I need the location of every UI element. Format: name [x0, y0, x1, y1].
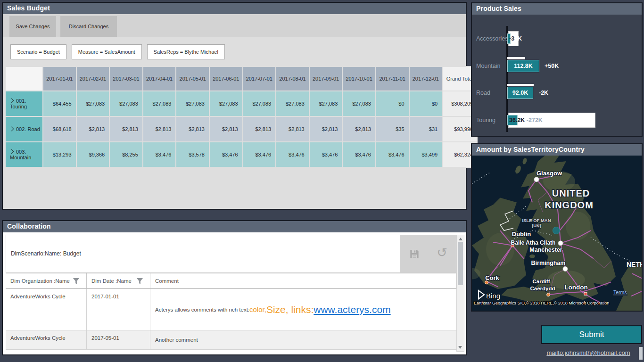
- matrix-cell[interactable]: $3,578: [176, 142, 209, 167]
- scroll-thumb[interactable]: [458, 242, 463, 285]
- matrix-cell[interactable]: $3,476: [310, 142, 342, 167]
- matrix-cell[interactable]: $2,813: [343, 117, 375, 141]
- map-terms-link[interactable]: Terms: [613, 290, 627, 295]
- matrix-column-header: 2017-12-01: [410, 67, 442, 90]
- matrix-cell[interactable]: $3,476: [376, 142, 409, 167]
- chart-bar-zone: 112.8K+50K: [507, 55, 639, 77]
- comment-row-date: 2017-01-01: [87, 289, 150, 330]
- matrix-cell[interactable]: $0: [410, 91, 442, 116]
- matrix-row: 002. Road$68,618$2,813$2,813$2,813$2,813…: [6, 117, 477, 141]
- scroll-up-icon[interactable]: [459, 238, 462, 240]
- expand-chevron-icon[interactable]: [9, 99, 14, 103]
- matrix-cell[interactable]: $2,813: [210, 117, 242, 141]
- sales-budget-toolbar: Save Changes Discard Changes: [3, 14, 466, 37]
- chart-row-mountain[interactable]: Mountain112.8K+50K: [472, 55, 639, 77]
- matrix-cell[interactable]: $2,813: [310, 117, 342, 141]
- matrix-cell[interactable]: $27,083: [143, 91, 176, 116]
- comment-link[interactable]: www.acterys.com: [314, 304, 390, 315]
- comments-column-header[interactable]: Comment: [150, 273, 456, 289]
- product-sales-chart: Accessories-31KMountain112.8K+50KRoad92.…: [472, 15, 642, 136]
- matrix-cell[interactable]: $2,813: [276, 117, 309, 141]
- undo-comment-button[interactable]: ↺: [428, 235, 456, 272]
- variance-label: -2K: [539, 90, 548, 96]
- filter-icon[interactable]: [73, 278, 80, 285]
- matrix-cell[interactable]: $27,083: [110, 91, 142, 116]
- matrix-row: 001. Touring$64,455$27,083$27,083$27,083…: [6, 91, 477, 116]
- mailto-link[interactable]: mailto:johnsmith@hotmail.com: [541, 349, 636, 356]
- matrix-cell[interactable]: $9,366: [77, 142, 109, 167]
- comments-scrollbar[interactable]: [456, 235, 464, 352]
- matrix-cell[interactable]: $3,476: [276, 142, 309, 167]
- sales-budget-matrix: 2017-01-012017-02-012017-03-012017-04-01…: [5, 66, 478, 168]
- comment-row-text[interactable]: Acterys allows comments with rich text: …: [150, 289, 456, 330]
- budget-bar[interactable]: [507, 84, 534, 86]
- matrix-cell[interactable]: $2,813: [110, 117, 142, 141]
- comments-column-header[interactable]: Dim Organization :Name: [6, 273, 87, 289]
- filter-chip[interactable]: SalesReps = Blythe Michael: [147, 44, 225, 59]
- matrix-cell[interactable]: $3,476: [210, 142, 242, 167]
- comment-row-org: AdventureWorks Cycle: [6, 289, 87, 330]
- chart-bar-zone: 36.2K -272K: [507, 109, 639, 131]
- discard-changes-button[interactable]: Discard Changes: [60, 16, 117, 37]
- matrix-column-header: 2017-11-01: [376, 67, 409, 90]
- matrix-cell[interactable]: $68,618: [43, 117, 76, 141]
- matrix-cell[interactable]: $3,476: [143, 142, 176, 167]
- comments-table: Dim Organization :NameDim Date :NameComm…: [6, 273, 456, 350]
- filter-chips: Scenario = BudgetMeasure = SalesAmountSa…: [10, 44, 466, 59]
- matrix-column-header: 2017-06-01: [210, 67, 242, 90]
- map-attribution: Earthstar Geographics SIO,© 2018 HERE,© …: [474, 301, 609, 305]
- bar-labels: 36.2K -272K: [509, 117, 543, 123]
- matrix-cell[interactable]: $13,293: [43, 142, 76, 167]
- matrix-cell[interactable]: $35: [376, 117, 409, 141]
- map-marker-poi-dot: [547, 293, 550, 296]
- filter-icon[interactable]: [136, 278, 143, 285]
- matrix-row-header[interactable]: 002. Road: [6, 117, 42, 141]
- matrix-cell[interactable]: $8,255: [110, 142, 142, 167]
- matrix-cell[interactable]: $31: [410, 117, 442, 141]
- save-icon: [408, 248, 421, 260]
- matrix-cell[interactable]: $2,813: [77, 117, 109, 141]
- save-comment-button[interactable]: [400, 235, 428, 272]
- matrix-cell[interactable]: $27,083: [310, 91, 342, 116]
- expand-chevron-icon[interactable]: [9, 149, 14, 154]
- matrix-row-header[interactable]: 003. Mountain: [6, 142, 42, 167]
- matrix-column-header: 2017-04-01: [143, 67, 176, 90]
- matrix-cell[interactable]: $0: [376, 91, 409, 116]
- map-label: (UK): [532, 223, 541, 228]
- matrix-cell[interactable]: $27,083: [77, 91, 109, 116]
- matrix-cell[interactable]: $27,083: [343, 91, 375, 116]
- product-sales-panel: Product Sales Accessories-31KMountain112…: [471, 2, 643, 137]
- matrix-cell[interactable]: $3,476: [343, 142, 375, 167]
- submit-button[interactable]: Submit: [541, 325, 642, 344]
- matrix-cell[interactable]: $2,813: [143, 117, 176, 141]
- scroll-down-icon[interactable]: [458, 346, 462, 349]
- bing-map[interactable]: GlasgowUNITEDKINGDOMISLE OF MAN(UK)Dubli…: [472, 156, 642, 311]
- chart-row-accessories[interactable]: Accessories-31K: [472, 28, 639, 49]
- expand-chevron-icon[interactable]: [9, 127, 14, 132]
- matrix-cell[interactable]: $3,476: [243, 142, 276, 167]
- comments-column-header[interactable]: Dim Date :Name: [87, 273, 150, 289]
- map-data-bubble[interactable]: [553, 227, 560, 234]
- matrix-cell[interactable]: $27,083: [276, 91, 309, 116]
- chart-row-road[interactable]: Road92.0K-2K: [472, 82, 639, 104]
- comment-context-input[interactable]: DimScenario:Name: Budget: [6, 235, 400, 272]
- value-label: 92.0K: [507, 90, 533, 96]
- chart-row-touring[interactable]: Touring36.2K -272K: [472, 109, 639, 131]
- chart-bar-zone: -31K: [507, 28, 639, 49]
- matrix-row-header[interactable]: 001. Touring: [6, 91, 42, 116]
- matrix-cell[interactable]: $27,083: [176, 91, 209, 116]
- save-changes-button[interactable]: Save Changes: [9, 16, 56, 37]
- map-label: KINGDOM: [545, 200, 594, 210]
- matrix-cell[interactable]: $3,499: [410, 142, 442, 167]
- matrix-cell[interactable]: $2,813: [243, 117, 276, 141]
- page-scrollbar-thumb[interactable]: [639, 347, 643, 360]
- comment-row-text[interactable]: Another comment: [150, 330, 456, 350]
- filter-chip[interactable]: Measure = SalesAmount: [72, 44, 142, 59]
- matrix-cell[interactable]: $27,083: [210, 91, 242, 116]
- filter-chip[interactable]: Scenario = Budget: [10, 44, 66, 59]
- matrix-cell[interactable]: $27,083: [243, 91, 276, 116]
- value-label: 112.8K: [507, 63, 539, 69]
- budget-bar[interactable]: [507, 57, 525, 59]
- matrix-cell[interactable]: $64,455: [43, 91, 76, 116]
- matrix-cell[interactable]: $2,813: [176, 117, 209, 141]
